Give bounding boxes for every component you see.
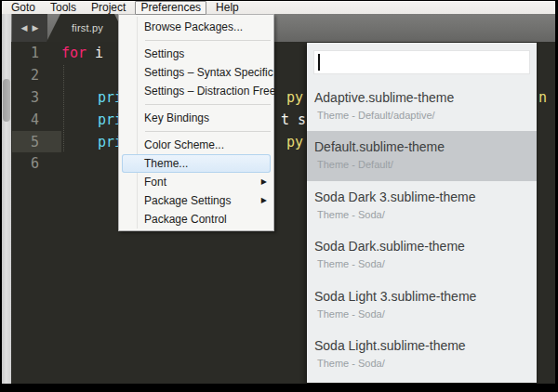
line-number: 1 [13,42,39,64]
theme-path: Theme - Default/ [317,159,537,171]
tab-bar: ◀ ▶ first.py [2,14,555,42]
tab-scroll-buttons: ◀ ▶ [12,14,47,42]
submenu-arrow-icon: ▶ [261,191,267,210]
submenu-arrow-icon: ▶ [261,173,267,191]
code-token: n [538,86,547,109]
menu-item-settings-distraction-free[interactable]: Settings – Distraction Free [119,82,273,100]
menu-item-font[interactable]: Font ▶ [119,173,273,191]
theme-option-soda-light-3[interactable]: Soda Light 3.sublime-theme Theme - Soda/ [307,281,537,330]
menu-item-theme[interactable]: Theme... [122,154,271,173]
theme-name: Soda Light.sublime-theme [314,338,537,353]
menu-project[interactable]: Project [86,2,131,14]
menu-help[interactable]: Help [210,2,245,14]
theme-name: Soda Dark 3.sublime-theme [314,189,537,204]
theme-name: Default.sublime-theme [314,139,537,154]
app-window: { "menu_bar": { "items": [ {"label": "Go… [0,0,558,392]
menu-item-font-label: Font [144,176,166,189]
theme-list: Adaptive.sublime-theme Theme - Default/a… [307,82,537,379]
line-number: 5 [13,131,39,153]
vertical-scrollbar[interactable] [2,14,11,384]
tab-first-py[interactable]: first.py [46,14,128,42]
theme-name: Soda Light 3.sublime-theme [314,289,537,304]
theme-option-default[interactable]: Default.sublime-theme Theme - Default/ [307,131,537,180]
menu-preferences[interactable]: Preferences [135,1,206,15]
theme-path: Theme - Soda/ [317,308,537,320]
scrollbar-thumb[interactable] [3,79,10,122]
theme-search-input[interactable] [313,50,530,74]
menu-item-package-control[interactable]: Package Control [119,210,273,229]
preferences-dropdown-menu: Browse Packages... Settings Settings – S… [118,14,274,231]
menu-goto[interactable]: Goto [6,2,41,14]
line-number: 3 [13,86,39,109]
theme-name: Soda Dark.sublime-theme [314,239,537,254]
theme-option-adaptive[interactable]: Adaptive.sublime-theme Theme - Default/a… [307,82,537,131]
tab-label: first.py [72,22,103,33]
code-token: for [61,42,86,64]
menu-item-browse-packages[interactable]: Browse Packages... [119,18,273,36]
tab-scroll-right-icon[interactable]: ▶ [33,14,39,42]
theme-name: Adaptive.sublime-theme [314,90,537,105]
code-token: i [95,42,103,64]
theme-path: Theme - Default/adaptive/ [317,110,537,122]
menu-bar: Goto Tools Project Preferences Help [2,1,555,14]
theme-path: Theme - Soda/ [317,358,537,370]
tab-scroll-left-icon[interactable]: ◀ [21,14,28,42]
line-number: 4 [13,109,39,131]
theme-option-soda-dark-3[interactable]: Soda Dark 3.sublime-theme Theme - Soda/ [307,181,537,230]
menu-item-key-bindings[interactable]: Key Bindings [119,109,273,127]
menu-separator [119,127,273,136]
menu-item-settings-syntax-specific[interactable]: Settings – Syntax Specific [119,63,273,82]
theme-path: Theme - Soda/ [317,209,537,221]
menu-item-color-scheme[interactable]: Color Scheme... [119,136,273,154]
text-caret [318,54,320,71]
theme-path: Theme - Soda/ [317,258,537,270]
theme-option-soda-dark[interactable]: Soda Dark.sublime-theme Theme - Soda/ [307,230,537,280]
menu-separator [119,100,273,109]
menu-item-package-settings[interactable]: Package Settings ▶ [119,191,273,210]
menu-item-settings[interactable]: Settings [119,45,273,63]
theme-quick-panel: Adaptive.sublime-theme Theme - Default/a… [307,43,537,383]
code-token: py [286,131,303,153]
menu-separator [119,36,273,45]
menu-item-package-settings-label: Package Settings [144,194,231,207]
code-token: t s [281,109,306,131]
line-number: 2 [13,64,39,86]
line-number: 6 [13,152,39,175]
menu-tools[interactable]: Tools [45,2,82,14]
code-token: py [286,86,303,109]
indent-guide [63,65,64,151]
theme-option-soda-light[interactable]: Soda Light.sublime-theme Theme - Soda/ [307,330,537,379]
